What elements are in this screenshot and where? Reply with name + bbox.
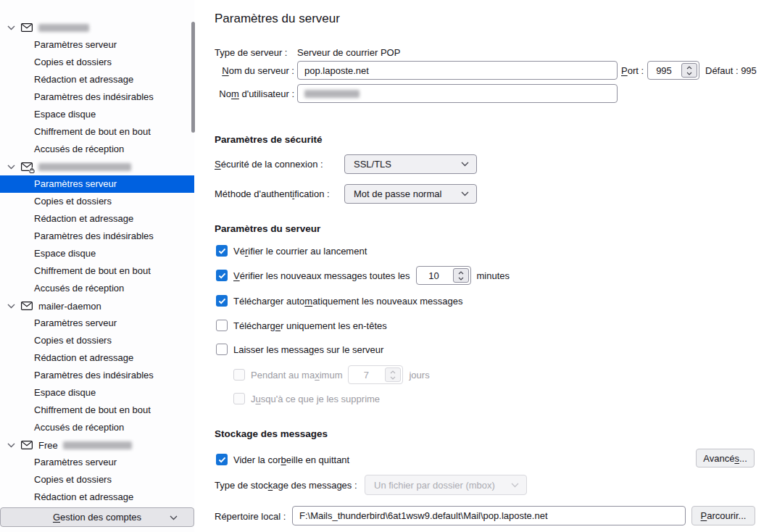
- server-name-input[interactable]: pop.laposte.net: [297, 61, 618, 80]
- connection-security-label: Sécurité de la connexion :: [215, 159, 323, 170]
- sidebar-item-accuses-de-reception[interactable]: Accusés de réception: [0, 141, 194, 158]
- checkbox-empty-trash[interactable]: [216, 454, 228, 465]
- leave-on-server-label: Laisser les messages sur le serveur: [233, 344, 383, 355]
- sidebar-item-parametres-des-indesirables[interactable]: Paramètres des indésirables: [0, 88, 194, 106]
- connection-security-dropdown[interactable]: SSL/TLS: [344, 154, 477, 174]
- browse-button[interactable]: Parcourir...: [691, 506, 755, 525]
- manage-accounts-button[interactable]: Gestion des comptes: [0, 507, 194, 527]
- chevron-down-icon[interactable]: [7, 165, 17, 170]
- sidebar-item-redaction-et-adressage[interactable]: Rédaction et adressage: [0, 210, 194, 228]
- sidebar-item-espace-disque[interactable]: Espace disque: [0, 245, 194, 262]
- check-icon: [218, 457, 226, 463]
- max-days-label-after: jours: [409, 370, 429, 381]
- sidebar-item-redaction-et-adressage[interactable]: Rédaction et adressage: [0, 489, 194, 506]
- spinner-up-icon: [458, 271, 464, 275]
- redacted-account-name: [38, 24, 89, 32]
- spinner-arrows: [385, 367, 401, 382]
- account-name: mailer-daemon: [38, 301, 101, 312]
- check-every-label-before: Vérifier les nouveaux messages toutes le…: [233, 270, 410, 281]
- spinner-down-icon: [390, 376, 396, 380]
- check-icon: [218, 273, 226, 279]
- auth-method-value: Mot de passe normal: [354, 188, 441, 199]
- storage-type-dropdown: Un fichier par dossier (mbox): [365, 475, 527, 495]
- account-header-1[interactable]: [0, 19, 194, 36]
- chevron-down-icon[interactable]: [7, 443, 17, 448]
- sidebar-item-redaction-et-adressage[interactable]: Rédaction et adressage: [0, 71, 194, 88]
- sidebar-item-copies-et-dossiers[interactable]: Copies et dossiers: [0, 471, 194, 489]
- sidebar-item-chiffrement[interactable]: Chiffrement de bout en bout: [0, 262, 194, 280]
- sidebar-item-chiffrement[interactable]: Chiffrement de bout en bout: [0, 402, 194, 419]
- storage-type-value: Un fichier par dossier (mbox): [374, 480, 495, 491]
- check-every-minutes-spinner[interactable]: 10: [416, 266, 471, 285]
- chevron-down-icon: [511, 483, 519, 488]
- sidebar-item-redaction-et-adressage[interactable]: Rédaction et adressage: [0, 349, 194, 367]
- username-label: Nom d'utilisateur :: [215, 88, 294, 99]
- advanced-button[interactable]: Avancés...: [696, 449, 755, 467]
- max-days-spinner: 7: [348, 365, 403, 384]
- chevron-down-icon[interactable]: [7, 25, 17, 30]
- server-name-label: Nom du serveur :: [215, 65, 294, 76]
- sidebar-item-espace-disque[interactable]: Espace disque: [0, 106, 194, 123]
- account-settings-sidebar: Paramètres serveur Copies et dossiers Ré…: [0, 0, 194, 532]
- server-type-label: Type de serveur :: [215, 47, 287, 58]
- account-header-2[interactable]: [0, 158, 194, 175]
- until-deleted-label: Jusqu'à ce que je les supprime: [251, 394, 380, 404]
- connection-security-value: SSL/TLS: [354, 159, 391, 170]
- mail-account-icon: [21, 302, 33, 310]
- port-label: Port :: [621, 65, 644, 76]
- checkbox-check-every[interactable]: [216, 270, 228, 281]
- sidebar-item-parametres-serveur[interactable]: Paramètres serveur: [0, 36, 194, 54]
- sidebar-item-accuses-de-reception[interactable]: Accusés de réception: [0, 419, 194, 436]
- checkbox-max-days: [233, 369, 245, 381]
- auth-method-dropdown[interactable]: Mot de passe normal: [344, 184, 477, 204]
- page-title: Paramètres du serveur: [215, 12, 340, 26]
- sidebar-item-parametres-des-indesirables[interactable]: Paramètres des indésirables: [0, 367, 194, 384]
- account-header-mailer-daemon[interactable]: mailer-daemon: [0, 297, 194, 315]
- spinner-up-icon: [686, 66, 692, 70]
- checkbox-headers-only[interactable]: [216, 320, 228, 331]
- chevron-down-icon: [461, 162, 469, 167]
- check-icon: [218, 248, 226, 254]
- spinner-arrows[interactable]: [681, 63, 697, 78]
- port-spinner[interactable]: 995: [647, 61, 699, 80]
- sidebar-item-copies-et-dossiers[interactable]: Copies et dossiers: [0, 332, 194, 349]
- sidebar-item-espace-disque[interactable]: Espace disque: [0, 384, 194, 402]
- max-days-label-before: Pendant au maximum: [251, 370, 342, 381]
- sidebar-item-accuses-de-reception[interactable]: Accusés de réception: [0, 280, 194, 297]
- local-directory-input[interactable]: F:\Mails_thunderbird\6at1wsw9.default\Ma…: [292, 506, 686, 525]
- check-every-label-after: minutes: [477, 270, 510, 281]
- checkbox-auto-download[interactable]: [216, 295, 228, 307]
- spinner-arrows[interactable]: [453, 268, 469, 283]
- check-icon: [218, 298, 226, 304]
- spinner-down-icon: [686, 72, 692, 75]
- chevron-down-icon: [170, 515, 178, 520]
- storage-type-label: Type de stockage des messages :: [215, 480, 357, 491]
- sidebar-item-parametres-serveur[interactable]: Paramètres serveur: [0, 454, 194, 471]
- sidebar-item-copies-et-dossiers[interactable]: Copies et dossiers: [0, 193, 194, 210]
- redacted-account-name-part: [63, 441, 132, 449]
- sidebar-scrollbar-thumb[interactable]: [191, 22, 195, 133]
- empty-trash-label: Vider la corbeille en quittant: [233, 454, 349, 465]
- server-type-value: Serveur de courrier POP: [297, 47, 400, 58]
- port-value: 995: [648, 62, 680, 79]
- redacted-username-value: [304, 90, 360, 98]
- storage-section-heading: Stockage des messages: [215, 428, 328, 439]
- username-input[interactable]: [297, 84, 618, 103]
- sidebar-item-parametres-serveur-selected[interactable]: Paramètres serveur: [0, 175, 194, 193]
- checkbox-leave-on-server[interactable]: [216, 344, 228, 355]
- browse-button-label: Parcourir...: [701, 510, 747, 521]
- account-name: Free: [38, 440, 58, 451]
- headers-only-label: Télécharger uniquement les en-têtes: [233, 320, 387, 331]
- local-directory-value: F:\Mails_thunderbird\6at1wsw9.default\Ma…: [299, 510, 548, 521]
- sidebar-item-chiffrement[interactable]: Chiffrement de bout en bout: [0, 123, 194, 141]
- sidebar-item-parametres-serveur[interactable]: Paramètres serveur: [0, 315, 194, 332]
- sidebar-item-copies-et-dossiers[interactable]: Copies et dossiers: [0, 54, 194, 71]
- sidebar-item-parametres-des-indesirables[interactable]: Paramètres des indésirables: [0, 228, 194, 245]
- account-header-free[interactable]: Free: [0, 436, 194, 454]
- chevron-down-icon[interactable]: [7, 304, 17, 309]
- port-default-text: Défaut : 995: [705, 65, 757, 76]
- lock-icon: [29, 167, 35, 173]
- max-days-value: 7: [349, 366, 383, 383]
- checkbox-check-on-startup[interactable]: [216, 245, 228, 257]
- check-every-minutes-value: 10: [417, 267, 452, 284]
